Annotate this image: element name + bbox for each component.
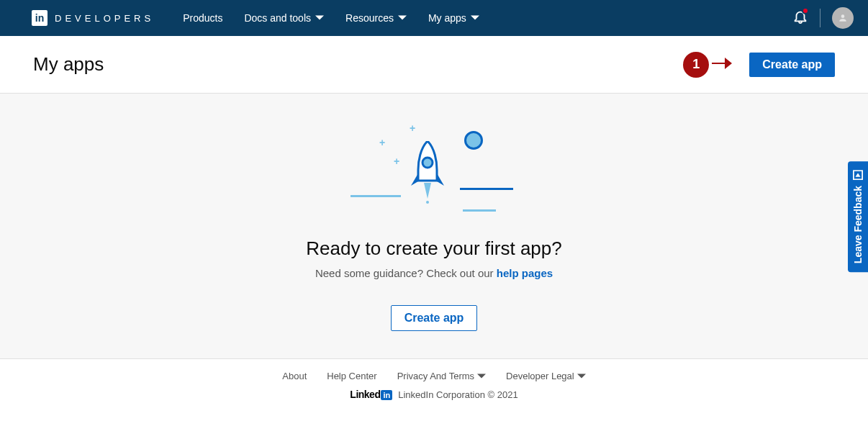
sparkle-icon: + <box>379 137 385 148</box>
feedback-label: Leave Feedback <box>852 186 864 263</box>
linkedin-logo-icon: in <box>32 10 48 26</box>
chevron-down-icon <box>577 372 586 381</box>
footer-brand: Linkedin LinkedIn Corporation © 2021 <box>0 389 868 400</box>
page-title: My apps <box>33 53 104 76</box>
nav-label: Docs and tools <box>244 12 311 24</box>
footer-links: About Help Center Privacy And Terms Deve… <box>0 371 868 381</box>
moon-icon <box>464 131 483 150</box>
main-content: + + + Ready to create your first app? Ne… <box>0 94 868 359</box>
nav-item-my-apps[interactable]: My apps <box>428 12 479 24</box>
create-app-button[interactable]: Create app <box>749 53 835 77</box>
brand-word: Linked <box>350 389 380 400</box>
footer-label: Developer Legal <box>506 371 574 381</box>
separator <box>820 9 820 27</box>
footer-label: Privacy And Terms <box>397 371 474 381</box>
ground-line-icon <box>351 195 401 197</box>
footer-link-developer-legal[interactable]: Developer Legal <box>506 371 586 381</box>
brand[interactable]: in DEVELOPERS <box>32 10 154 26</box>
rocket-icon <box>410 141 446 206</box>
nav-item-products[interactable]: Products <box>183 12 222 24</box>
arrow-right-icon <box>712 58 732 72</box>
subheader: My apps 1 Create app <box>0 36 868 94</box>
nav-item-docs-tools[interactable]: Docs and tools <box>244 12 324 24</box>
empty-state-heading: Ready to create your first app? <box>306 237 562 260</box>
footer: About Help Center Privacy And Terms Deve… <box>0 359 868 400</box>
chevron-down-icon <box>315 14 324 22</box>
help-pages-link[interactable]: help pages <box>497 267 553 279</box>
chevron-down-icon <box>477 372 486 381</box>
svg-point-1 <box>422 158 433 168</box>
brand-name: DEVELOPERS <box>55 13 154 24</box>
footer-label: Help Center <box>327 371 376 381</box>
nav-label: Products <box>183 12 222 24</box>
linkedin-wordmark: Linkedin <box>350 389 392 400</box>
svg-rect-0 <box>712 63 725 64</box>
feedback-icon <box>853 170 863 180</box>
notification-dot-icon <box>802 7 809 14</box>
nav-label: My apps <box>428 12 466 24</box>
chevron-down-icon <box>398 14 407 22</box>
leave-feedback-tab[interactable]: Leave Feedback <box>848 161 868 272</box>
ground-line-icon <box>463 209 496 212</box>
person-icon <box>838 13 848 23</box>
top-nav: in DEVELOPERS Products Docs and tools Re… <box>0 0 868 36</box>
notifications-button[interactable] <box>792 9 808 27</box>
footer-link-about[interactable]: About <box>282 371 307 381</box>
rocket-illustration: + + + <box>355 122 513 216</box>
svg-point-2 <box>426 201 429 204</box>
profile-avatar-button[interactable] <box>832 7 854 29</box>
chevron-down-icon <box>471 14 479 22</box>
copyright: LinkedIn Corporation © 2021 <box>398 389 517 400</box>
nav-right <box>792 7 854 29</box>
sparkle-icon: + <box>410 122 415 134</box>
nav-label: Resources <box>345 12 394 24</box>
brand-badge-icon: in <box>381 390 392 400</box>
ground-line-icon <box>460 188 513 190</box>
empty-state-subtext: Need some guidance? Check out our help p… <box>315 267 553 279</box>
create-app-button-secondary[interactable]: Create app <box>391 305 478 331</box>
subheader-right: 1 Create app <box>683 52 835 78</box>
nav-items: Products Docs and tools Resources My app… <box>183 12 792 24</box>
footer-link-privacy-terms[interactable]: Privacy And Terms <box>397 371 486 381</box>
nav-item-resources[interactable]: Resources <box>345 12 407 24</box>
footer-link-help-center[interactable]: Help Center <box>327 371 376 381</box>
sparkle-icon: + <box>394 155 399 167</box>
callout-annotation: 1 <box>683 52 732 78</box>
subtext-prefix: Need some guidance? Check out our <box>315 267 497 279</box>
callout-number: 1 <box>683 52 709 78</box>
footer-label: About <box>282 371 307 381</box>
